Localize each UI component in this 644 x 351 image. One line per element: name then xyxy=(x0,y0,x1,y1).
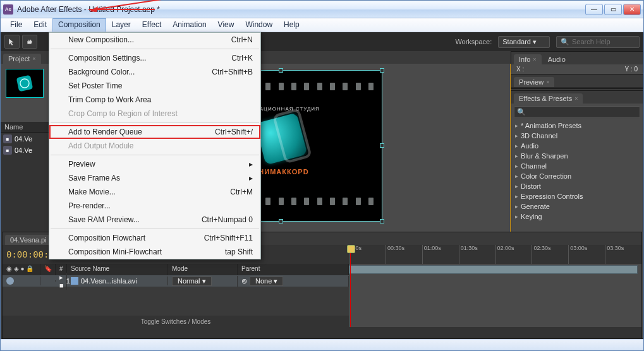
project-item[interactable]: ■04.Ve xyxy=(1,133,51,145)
chevron-right-icon: ▸ xyxy=(515,143,518,149)
menu-item-save-ram-preview[interactable]: Save RAM Preview...Ctrl+Numpad 0 xyxy=(49,213,260,227)
menu-item-add-to-render-queue[interactable]: Add to Render QueueCtrl+Shift+/ xyxy=(49,125,260,139)
mode-dropdown[interactable]: Normal ▾ xyxy=(172,277,212,286)
project-column-header: Name xyxy=(1,122,51,133)
chevron-right-icon: ▸ xyxy=(515,193,518,199)
title-dirty: * xyxy=(155,5,160,14)
menu-separator xyxy=(51,49,259,49)
tab-audio[interactable]: Audio xyxy=(543,54,571,64)
tab-effects[interactable]: Effects & Presets× xyxy=(514,93,583,104)
tab-project[interactable]: Project× xyxy=(3,54,41,64)
menu-item-composition-settings[interactable]: Composition Settings...Ctrl+K xyxy=(49,51,260,65)
chevron-right-icon: ▸ xyxy=(515,163,518,169)
toggle-switches[interactable]: Toggle Switches / Modes xyxy=(3,316,349,327)
menu-layer[interactable]: Layer xyxy=(106,18,137,32)
effects-category[interactable]: ▸Audio xyxy=(514,141,640,151)
chevron-right-icon: ▸ xyxy=(515,153,518,159)
menu-item-accel: Ctrl+M xyxy=(230,187,253,196)
handle-bm[interactable] xyxy=(279,219,283,223)
handle-mr[interactable] xyxy=(380,143,384,148)
ruler-tick: 03:00s xyxy=(568,245,605,264)
handle-tm[interactable] xyxy=(279,68,283,73)
eye-icon[interactable] xyxy=(6,277,14,285)
menu-item-accel: ▸ xyxy=(249,160,253,169)
time-ruler[interactable]: :00s00:30s01:00s01:30s02:00s02:30s03:00s… xyxy=(349,245,641,264)
tab-preview[interactable]: Preview× xyxy=(514,77,554,87)
tab-project-label: Project xyxy=(8,55,30,62)
chevron-right-icon: ▸ xyxy=(515,183,518,189)
timeline-layer-row[interactable]: ▸ ■ 1 04.Vesn...ishla.avi Normal ▾ ⊚None… xyxy=(3,275,349,287)
menu-separator xyxy=(51,122,259,123)
menu-item-new-composition[interactable]: New Composition...Ctrl+N xyxy=(49,33,260,47)
menu-item-preview[interactable]: Preview▸ xyxy=(49,157,260,171)
close-icon[interactable]: × xyxy=(32,56,35,62)
menu-item-set-poster-time[interactable]: Set Poster Time xyxy=(49,79,260,93)
effects-category[interactable]: ▸Blur & Sharpen xyxy=(514,151,640,161)
menu-item-composition-mini-flowchart[interactable]: Composition Mini-Flowcharttap Shift xyxy=(49,245,260,259)
effects-category[interactable]: ▸Color Correction xyxy=(514,171,640,181)
effects-category-label: Keying xyxy=(521,213,542,220)
close-icon[interactable]: × xyxy=(533,56,536,62)
menu-item-accel: Ctrl+K xyxy=(231,54,253,62)
menu-edit[interactable]: Edit xyxy=(28,18,52,32)
workspace-value: Standard xyxy=(502,38,531,45)
menu-item-composition-flowchart[interactable]: Composition FlowchartCtrl+Shift+F11 xyxy=(49,231,260,245)
effects-category[interactable]: ▸Generate xyxy=(514,201,640,211)
menu-item-trim-comp-to-work-area[interactable]: Trim Comp to Work Area xyxy=(49,93,260,107)
effects-category-label: * Animation Presets xyxy=(521,122,581,129)
menu-help[interactable]: Help xyxy=(278,18,305,32)
menu-item-background-color[interactable]: Background Color...Ctrl+Shift+B xyxy=(49,65,260,79)
close-icon[interactable]: × xyxy=(574,95,578,102)
menu-item-accel: ▸ xyxy=(249,174,253,182)
minimize-button[interactable]: — xyxy=(585,4,603,15)
maximize-button[interactable]: ▭ xyxy=(604,4,622,15)
layer-bar[interactable] xyxy=(349,265,638,274)
menu-animation[interactable]: Animation xyxy=(167,18,212,32)
playhead[interactable] xyxy=(350,245,351,327)
menu-effect[interactable]: Effect xyxy=(137,18,167,32)
handle-tr[interactable] xyxy=(380,68,384,73)
menu-window[interactable]: Window xyxy=(240,18,278,32)
selection-tool-icon[interactable] xyxy=(4,35,20,49)
close-button[interactable]: ✕ xyxy=(623,4,641,15)
menubar: FileEditCompositionLayerEffectAnimationV… xyxy=(1,18,643,32)
effects-category[interactable]: ▸Channel xyxy=(514,161,640,171)
hand-tool-icon[interactable] xyxy=(22,35,37,49)
effects-search[interactable]: 🔍 xyxy=(514,106,640,118)
menu-item-save-frame-as[interactable]: Save Frame As▸ xyxy=(49,171,260,185)
search-icon: 🔍 xyxy=(561,38,569,46)
close-icon[interactable]: × xyxy=(546,79,549,85)
menu-item-accel: tap Shift xyxy=(225,247,253,256)
effects-search-input[interactable] xyxy=(528,109,637,116)
effects-category[interactable]: ▸3D Channel xyxy=(514,131,640,141)
title-file: Untitled Project.aep xyxy=(88,5,155,14)
menu-view[interactable]: View xyxy=(212,18,240,32)
effects-category[interactable]: ▸Expression Controls xyxy=(514,191,640,201)
menu-composition[interactable]: Composition xyxy=(52,18,106,32)
ruler-tick: 01:00s xyxy=(422,245,459,264)
effects-category[interactable]: ▸Keying xyxy=(514,211,640,222)
tab-info[interactable]: Info× xyxy=(514,54,542,64)
project-item-name: 04.Ve xyxy=(15,146,32,154)
menu-item-pre-render[interactable]: Pre-render... xyxy=(49,199,260,213)
search-input[interactable] xyxy=(572,38,635,45)
project-item[interactable]: ■04.Ve xyxy=(1,145,51,156)
menu-item-label: Trim Comp to Work Area xyxy=(68,95,151,104)
effects-category[interactable]: ▸Distort xyxy=(514,181,640,191)
ruler-tick: 01:30s xyxy=(459,245,495,264)
handle-br[interactable] xyxy=(380,219,384,223)
menu-item-label: Crop Comp to Region of Interest xyxy=(68,109,178,118)
workspace-dropdown[interactable]: Standard ▾ xyxy=(498,36,550,48)
pickwhip-icon[interactable]: ⊚ xyxy=(241,277,247,285)
menu-item-label: Composition Settings... xyxy=(68,54,146,62)
parent-dropdown[interactable]: None ▾ xyxy=(250,277,283,286)
menu-item-label: Pre-render... xyxy=(68,201,111,210)
effects-category[interactable]: ▸* Animation Presets xyxy=(514,121,640,131)
timeline-right[interactable]: :00s00:30s01:00s01:30s02:00s02:30s03:00s… xyxy=(349,245,641,327)
info-panel: Info× Audio X :Y : 0 xyxy=(511,51,643,73)
menu-file[interactable]: File xyxy=(4,18,28,32)
menu-item-make-movie[interactable]: Make Movie...Ctrl+M xyxy=(49,185,260,199)
info-y: Y : 0 xyxy=(625,66,638,73)
search-help[interactable]: 🔍 xyxy=(556,36,640,48)
ruler-tick: 03:30s xyxy=(605,245,641,264)
